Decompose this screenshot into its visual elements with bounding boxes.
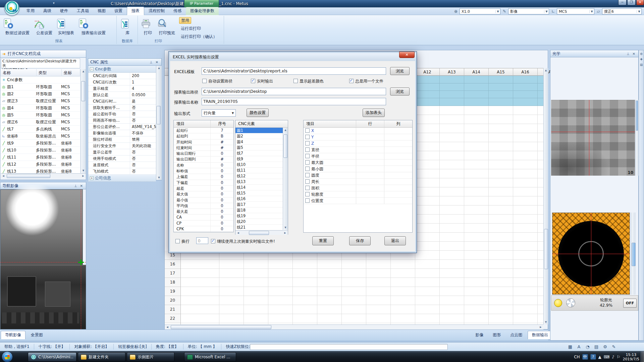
view-tab[interactable]: 图形 — [489, 331, 505, 339]
maximize-button[interactable]: ❐ — [627, 0, 636, 5]
side-toolbar-icon[interactable]: ⚙ — [639, 52, 644, 56]
close-button[interactable]: ✕ — [636, 0, 644, 5]
cnc-element-row[interactable]: 线20 — [235, 219, 283, 225]
section-cnc-params[interactable]: − Cnc参数 — [88, 66, 156, 73]
ime-help-icon[interactable]: ? — [590, 354, 596, 360]
property-row[interactable]: CNC运行间隔 200 — [88, 73, 156, 79]
view-tab[interactable]: 数据输出 — [528, 331, 552, 339]
field-checkbox[interactable] — [305, 192, 310, 196]
report-item-row[interactable]: 名称 0 — [174, 163, 233, 168]
pin-icon[interactable]: ⊥ — [627, 52, 631, 56]
view-tab[interactable]: 点云图 — [506, 331, 526, 339]
report-item-row[interactable]: 起始列 B — [174, 133, 233, 139]
output-field-row[interactable]: Z — [304, 140, 412, 147]
output-field-row[interactable]: 位置度 — [304, 198, 412, 204]
volume-icon[interactable]: ♪ — [612, 355, 614, 359]
report-item-row[interactable]: 平均值 0 — [174, 203, 233, 209]
column-header-item[interactable]: 项目 — [174, 120, 211, 127]
status-tool-icon[interactable]: ◔ — [584, 344, 591, 350]
grid-row-number[interactable]: 17 — [165, 269, 180, 278]
column-header-index[interactable]: 序号 — [211, 120, 233, 127]
report-item-row[interactable]: 超差 0 — [174, 186, 233, 191]
ribbon-tab[interactable]: 常用 — [22, 7, 39, 15]
chevron-down-icon[interactable]: ▼ — [495, 10, 500, 13]
wrap-count-input[interactable]: 0 — [196, 237, 208, 244]
quick-access-dropdown-icon[interactable]: ▾ — [53, 1, 55, 5]
taskbar-button[interactable]: Microsoft Excel ... — [184, 352, 236, 362]
lens-camera-view[interactable] — [552, 213, 630, 295]
feature-row[interactable]: ▱ 摆正3 取摆正位置 MCS — [0, 98, 80, 105]
cnc-element-row[interactable]: 线9 — [235, 156, 283, 162]
property-row[interactable]: 超公差转手动 否 — [88, 111, 156, 117]
output-field-row[interactable]: 圆度 — [304, 172, 412, 179]
grid-row-number[interactable]: 21 — [165, 305, 180, 314]
column-header-name[interactable]: 名称 — [1, 69, 37, 76]
output-field-row[interactable]: Y — [304, 134, 412, 140]
property-row[interactable]: 影像输出选项 不保存 — [88, 130, 156, 136]
chevron-down-icon[interactable]: ▼ — [637, 10, 641, 13]
nav-panel-tab[interactable]: 导航影像 — [1, 331, 25, 339]
cnc-element-row[interactable]: 线13 — [235, 179, 283, 185]
report-item-row[interactable]: 最大值 0 — [174, 191, 233, 197]
report-item-row[interactable]: 下偏差 0 — [174, 180, 233, 186]
print-preview-button[interactable]: 打印预览 — [156, 17, 178, 38]
grid-column-header[interactable]: A12 — [415, 68, 440, 76]
ribbon-tab[interactable]: 图像处理参数 — [186, 7, 219, 15]
checkbox[interactable] — [202, 79, 207, 83]
view-combobox[interactable]: X1.0 ▼ — [460, 8, 500, 14]
excel-template-input[interactable]: C:\Users\Administrator\Desktop\report.xl… — [202, 67, 386, 75]
light-sector-icon[interactable] — [566, 298, 575, 307]
taskbar-button[interactable]: C:\Users\Admini... — [28, 352, 76, 362]
report-item-row[interactable]: 输出日期行 0 — [174, 151, 233, 157]
grid-row-number[interactable]: 20 — [165, 296, 180, 305]
checkbox[interactable] — [293, 79, 298, 83]
show-desktop-button[interactable] — [641, 351, 644, 362]
property-row[interactable]: 同画面不移动... 否 — [88, 117, 156, 124]
view-combobox[interactable]: 影像 ▼ — [508, 8, 549, 14]
cnc-element-row[interactable]: 线10 — [235, 162, 283, 168]
file-tree-vertical-scrollbar[interactable]: ▲▼ — [80, 69, 86, 173]
taskbar-button[interactable]: 示例图片 — [127, 352, 174, 362]
app-menu-orb[interactable]: M — [4, 1, 19, 16]
feature-row[interactable]: ╱ 线10 多段矩形... 坐标8 — [0, 147, 80, 154]
grid-column-header[interactable]: A16 — [513, 68, 538, 76]
dialog-close-button[interactable]: ✕ — [399, 52, 415, 58]
cnc-element-row[interactable]: 圆17 — [235, 202, 283, 207]
cnc-element-row[interactable]: 线7 — [235, 150, 283, 156]
light-on-icon[interactable] — [554, 299, 562, 307]
start-button[interactable] — [2, 351, 13, 362]
clock[interactable]: 15:13 2019/7/5 — [623, 353, 639, 361]
feature-row[interactable]: ◎ 圆1 环形取圆 MCS — [0, 83, 80, 90]
report-item-row[interactable]: 起始行 7 — [174, 128, 233, 133]
cnc-element-row[interactable]: 线11 — [235, 168, 283, 173]
output-field-row[interactable]: 直径 — [304, 147, 412, 153]
status-tool-icon[interactable]: ⚙ — [602, 344, 608, 350]
dialog-title-bar[interactable]: EXCEL 实时报表输出设置 — [170, 53, 416, 61]
view-combobox[interactable]: 摆正6 ▼ — [602, 8, 642, 14]
taskbar-button[interactable]: 新建文件夹 — [78, 352, 125, 362]
cnc-element-row[interactable]: 线15 — [235, 190, 283, 196]
property-row[interactable]: 使用手动模式 否 — [88, 156, 156, 162]
field-checkbox[interactable] — [305, 186, 310, 190]
report-item-row[interactable]: 最小值 0 — [174, 197, 233, 203]
property-row[interactable]: 速度模式 否 — [88, 162, 156, 168]
continue-last-file-option[interactable]: 继续使用上次测量实时输出文件! — [211, 239, 275, 244]
feature-row[interactable]: ◎ 圆5 环形取圆 MCS — [0, 112, 80, 119]
nav-panel-tab[interactable]: 全景图 — [27, 331, 47, 339]
pin-icon[interactable]: ⊥ — [74, 184, 78, 188]
close-panel-icon[interactable]: ✕ — [156, 60, 159, 64]
cnc-element-row[interactable]: 圆4 — [235, 139, 283, 145]
realtime-report-button[interactable]: 实时报表 — [56, 17, 76, 38]
report-item-row[interactable]: 开始时间 # — [174, 139, 233, 145]
output-format-select[interactable]: 行向量▼ — [202, 109, 236, 117]
ribbon-tab[interactable]: 设置 — [110, 7, 127, 15]
cnc-element-row[interactable]: 线12 — [235, 173, 283, 179]
report-item-row[interactable]: CA 0 — [174, 215, 233, 220]
network-icon[interactable]: ⚐ — [617, 355, 621, 359]
column-header-coord[interactable]: 坐标 — [62, 69, 80, 76]
continue-checkbox[interactable] — [211, 239, 215, 243]
ribbon-tab[interactable]: 视图 — [93, 7, 110, 15]
field-checkbox[interactable] — [305, 167, 310, 171]
browse-template-button[interactable]: 浏览 — [390, 67, 410, 75]
chevron-down-icon[interactable]: ▼ — [589, 10, 594, 13]
